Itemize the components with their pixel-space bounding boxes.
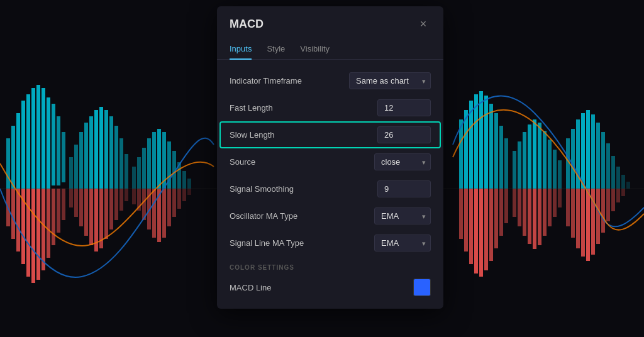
- signal-line-ma-type-label: Signal Line MA Type: [230, 238, 374, 248]
- indicator-timeframe-select[interactable]: Same as chart 1m 5m 15m 1h 4h 1D: [349, 72, 431, 89]
- indicator-timeframe-control: Same as chart 1m 5m 15m 1h 4h 1D: [349, 72, 431, 89]
- source-control: close open high low hl2 hlc3: [374, 153, 431, 170]
- source-select-wrapper: close open high low hl2 hlc3: [374, 153, 431, 170]
- dialog-overlay: MACD × Inputs Style Visibility Indicator…: [0, 0, 644, 337]
- signal-line-ma-type-control: EMA SMA RMA WMA VWMA: [374, 235, 431, 251]
- macd-dialog: MACD × Inputs Style Visibility Indicator…: [217, 6, 443, 309]
- oscillator-ma-type-select-wrapper: EMA SMA RMA WMA VWMA: [374, 207, 431, 224]
- fast-length-label: Fast Length: [230, 103, 377, 113]
- slow-length-label: Slow Length: [230, 130, 377, 140]
- dialog-body: Indicator Timeframe Same as chart 1m 5m …: [217, 60, 443, 309]
- indicator-timeframe-row: Indicator Timeframe Same as chart 1m 5m …: [230, 67, 431, 94]
- oscillator-ma-type-control: EMA SMA RMA WMA VWMA: [374, 207, 431, 224]
- macd-line-control: [413, 279, 431, 296]
- oscillator-ma-type-row: Oscillator MA Type EMA SMA RMA WMA VWMA: [230, 202, 431, 229]
- tab-style[interactable]: Style: [267, 39, 285, 60]
- dialog-title: MACD: [230, 18, 264, 31]
- indicator-timeframe-label: Indicator Timeframe: [230, 76, 349, 86]
- close-button[interactable]: ×: [416, 16, 431, 31]
- fast-length-input[interactable]: [377, 99, 431, 116]
- source-select[interactable]: close open high low hl2 hlc3: [374, 153, 431, 170]
- signal-line-ma-type-select-wrapper: EMA SMA RMA WMA VWMA: [374, 235, 431, 251]
- dialog-tabs: Inputs Style Visibility: [217, 39, 443, 60]
- dialog-header: MACD ×: [217, 6, 443, 39]
- signal-smoothing-control: [377, 180, 431, 197]
- source-row: Source close open high low hl2 hlc3: [230, 148, 431, 175]
- macd-line-row: MACD Line: [230, 273, 431, 301]
- tab-inputs[interactable]: Inputs: [230, 39, 252, 60]
- oscillator-ma-type-label: Oscillator MA Type: [230, 211, 374, 221]
- oscillator-ma-type-select[interactable]: EMA SMA RMA WMA VWMA: [374, 207, 431, 224]
- indicator-timeframe-select-wrapper: Same as chart 1m 5m 15m 1h 4h 1D: [349, 72, 431, 89]
- fast-length-row: Fast Length: [230, 94, 431, 121]
- color-settings-section-label: COLOR SETTINGS: [230, 257, 431, 273]
- signal-smoothing-label: Signal Smoothing: [230, 184, 377, 194]
- signal-line-ma-type-select[interactable]: EMA SMA RMA WMA VWMA: [374, 235, 431, 251]
- signal-smoothing-row: Signal Smoothing: [230, 175, 431, 202]
- slow-length-control: [377, 126, 431, 143]
- macd-line-label: MACD Line: [230, 283, 413, 292]
- signal-smoothing-input[interactable]: [377, 180, 431, 197]
- fast-length-control: [377, 99, 431, 116]
- source-label: Source: [230, 157, 374, 167]
- signal-line-ma-type-row: Signal Line MA Type EMA SMA RMA WMA VWMA: [230, 229, 431, 257]
- macd-line-color-swatch[interactable]: [413, 279, 431, 296]
- slow-length-row: Slow Length: [225, 121, 436, 148]
- tab-visibility[interactable]: Visibility: [300, 39, 330, 60]
- slow-length-input[interactable]: [377, 126, 431, 143]
